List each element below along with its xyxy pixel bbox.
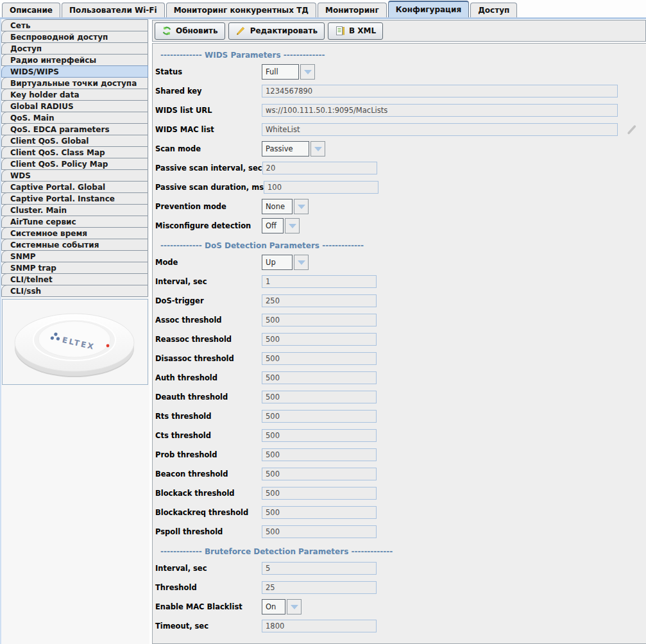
edit-button[interactable]: Редактировать: [228, 22, 325, 40]
shared-key-field[interactable]: [262, 85, 618, 97]
to-xml-button[interactable]: В XML: [328, 22, 383, 40]
bf-threshold-field[interactable]: [262, 581, 377, 594]
misconfigure-detection-select[interactable]: Off: [262, 218, 300, 233]
timeout-field[interactable]: [262, 620, 377, 632]
sidebar-item-qos-main[interactable]: QoS. Main: [1, 112, 148, 124]
status-select[interactable]: Full: [262, 64, 315, 80]
passive-scan-interval-field[interactable]: [262, 162, 377, 174]
configuration-panel: Обновить Редактировать В XML -----------…: [152, 20, 646, 644]
sidebar-item-wireless-access[interactable]: Беспроводной доступ: [1, 31, 148, 43]
dos-trigger-field[interactable]: [262, 294, 377, 307]
sidebar-item-radio-interfaces[interactable]: Радио интерфейсы: [1, 54, 148, 66]
deauth-threshold-row: Deauth threshold: [155, 387, 646, 407]
dos-interval-field[interactable]: [262, 275, 377, 288]
assoc-threshold-field[interactable]: [262, 314, 377, 326]
passive-scan-duration-field[interactable]: [264, 181, 378, 194]
chevron-down-icon[interactable]: [294, 255, 309, 270]
field-label: WIDS MAC list: [155, 125, 262, 134]
bf-interval-field[interactable]: [262, 562, 377, 575]
sidebar-item-qos-edca-parameters[interactable]: QoS. EDCA parameters: [1, 123, 148, 135]
field-label: DoS-trigger: [155, 296, 262, 305]
field-label: Timeout, sec: [155, 622, 262, 631]
disassoc-threshold-field[interactable]: [262, 352, 377, 365]
auth-threshold-field[interactable]: [262, 371, 377, 384]
sidebar-item-snmp[interactable]: SNMP: [1, 250, 148, 262]
reassoc-threshold-field[interactable]: [262, 333, 377, 346]
sidebar-item-key-holder-data[interactable]: Key holder data: [1, 89, 148, 101]
enable-mac-blacklist-select[interactable]: On: [262, 599, 302, 614]
wids-list-url-field[interactable]: [262, 104, 618, 117]
wids-mac-list-field[interactable]: [262, 123, 618, 136]
field-label: Disassoc threshold: [155, 354, 262, 363]
blockackreq-threshold-field[interactable]: [262, 506, 377, 519]
mac-list-edit-pencil-icon[interactable]: [626, 124, 638, 135]
edit-button-label: Редактировать: [250, 26, 318, 35]
sidebar-item-captive-portal-global[interactable]: Captive Portal. Global: [1, 181, 148, 193]
sidebar-item-cli-telnet[interactable]: CLI/telnet: [1, 273, 148, 285]
tab-competitor-ap-monitoring[interactable]: Мониторинг конкурентных ТД: [166, 3, 316, 17]
sidebar-item-wids-wips[interactable]: WIDS/WIPS: [1, 65, 148, 78]
wids-form: ------------- WIDS Parameters ----------…: [152, 43, 646, 644]
chevron-down-icon[interactable]: [294, 199, 309, 214]
blockack-threshold-field[interactable]: [262, 487, 377, 500]
sidebar-item-snmp-trap[interactable]: SNMP trap: [1, 262, 148, 274]
sidebar-item-airtune-service[interactable]: AirTune сервис: [1, 216, 148, 228]
field-label: Prevention mode: [155, 202, 262, 211]
dos-mode-select-value[interactable]: Up: [262, 255, 293, 270]
deauth-threshold-field[interactable]: [262, 391, 377, 403]
misconfigure-detection-select-value[interactable]: Off: [262, 218, 284, 233]
prob-threshold-field[interactable]: [262, 448, 377, 461]
field-label: Misconfigure detection: [155, 221, 262, 230]
sidebar-item-system-time[interactable]: Системное время: [1, 227, 148, 239]
status-row: Status Full: [155, 62, 646, 81]
sidebar-item-virtual-access-points[interactable]: Виртуальные точки доступа: [1, 77, 148, 89]
prevention-mode-select-value[interactable]: None: [262, 199, 293, 214]
tab-description[interactable]: Описание: [2, 3, 60, 17]
field-label: Status: [155, 67, 262, 76]
scan-mode-select[interactable]: Passive: [262, 141, 325, 157]
chevron-down-icon[interactable]: [285, 218, 300, 233]
sidebar-item-system-events[interactable]: Системные события: [1, 239, 148, 251]
tab-access[interactable]: Доступ: [470, 3, 517, 17]
sidebar-item-network[interactable]: Сеть: [1, 19, 148, 31]
dos-mode-select[interactable]: Up: [262, 255, 309, 270]
beacon-threshold-field[interactable]: [262, 468, 377, 480]
disassoc-threshold-row: Disassoc threshold: [155, 349, 646, 368]
chevron-down-icon[interactable]: [300, 64, 315, 80]
chevron-down-icon[interactable]: [310, 141, 325, 157]
config-section-list: Сеть Беспроводной доступ Доступ Радио ин…: [1, 20, 149, 644]
field-label: Passive scan duration, ms: [155, 183, 264, 192]
shared-key-row: Shared key: [155, 81, 646, 101]
assoc-threshold-row: Assoc threshold: [155, 310, 646, 330]
field-label: Reassoc threshold: [155, 335, 262, 344]
enable-mac-blacklist-select-value[interactable]: On: [262, 599, 285, 614]
sidebar-item-cli-ssh[interactable]: CLI/ssh: [1, 285, 148, 297]
tab-monitoring[interactable]: Мониторинг: [318, 3, 387, 17]
pspoll-threshold-row: Pspoll threshold: [155, 522, 646, 541]
dos-trigger-row: DoS-trigger: [155, 291, 646, 310]
refresh-button[interactable]: Обновить: [155, 22, 225, 40]
sidebar-item-cluster-main[interactable]: Cluster. Main: [1, 204, 148, 216]
cts-threshold-field[interactable]: [262, 429, 377, 442]
tab-configuration[interactable]: Конфигурация: [388, 1, 469, 17]
prevention-mode-row: Prevention mode None: [155, 197, 646, 216]
sidebar-item-client-qos-class-map[interactable]: Client QoS. Class Map: [1, 146, 148, 158]
status-select-value[interactable]: Full: [262, 64, 299, 80]
sidebar-item-wds[interactable]: WDS: [1, 169, 148, 182]
tab-wifi-users[interactable]: Пользователи Wi-Fi: [62, 3, 165, 17]
field-label: Threshold: [155, 583, 262, 592]
sidebar-item-access[interactable]: Доступ: [1, 42, 148, 55]
sidebar-item-client-qos-global[interactable]: Client QoS. Global: [1, 135, 148, 147]
blockackreq-threshold-row: Blockackreq threshold: [155, 503, 646, 522]
prevention-mode-select[interactable]: None: [262, 199, 309, 214]
rts-threshold-field[interactable]: [262, 410, 377, 423]
scan-mode-select-value[interactable]: Passive: [262, 141, 309, 157]
chevron-down-icon[interactable]: [287, 599, 302, 614]
sidebar-item-global-radius[interactable]: Global RADIUS: [1, 100, 148, 112]
rts-threshold-row: Rts threshold: [155, 407, 646, 426]
sidebar-item-captive-portal-instance[interactable]: Captive Portal. Instance: [1, 192, 148, 205]
pspoll-threshold-field[interactable]: [262, 525, 377, 538]
sidebar-item-client-qos-policy-map[interactable]: Client QoS. Policy Map: [1, 158, 148, 170]
blockack-threshold-row: Blockack threshold: [155, 484, 646, 503]
bf-threshold-row: Threshold: [155, 578, 646, 597]
